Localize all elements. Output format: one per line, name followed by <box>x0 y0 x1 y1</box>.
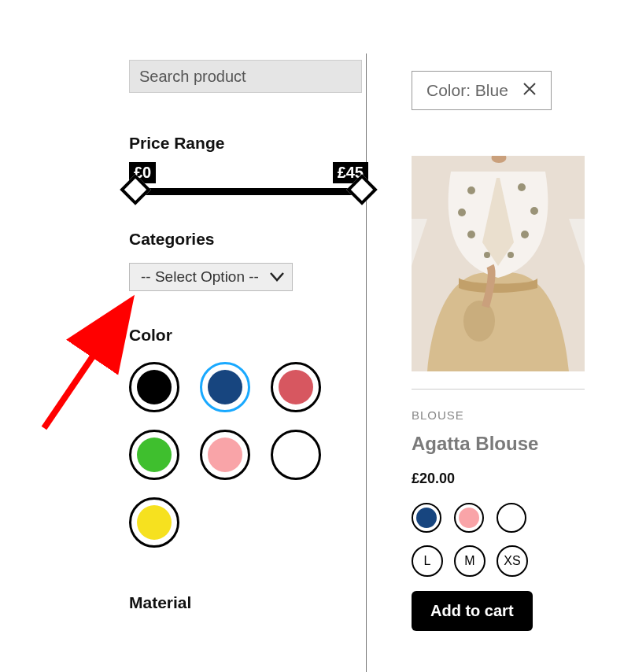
categories-select[interactable]: -- Select Option -- <box>129 263 293 291</box>
product-category: BLOUSE <box>412 408 635 422</box>
product-color-blue[interactable] <box>412 503 441 533</box>
product-price: £20.00 <box>412 471 635 487</box>
color-heading: Color <box>129 326 345 345</box>
search-input[interactable] <box>129 60 362 93</box>
svg-point-9 <box>463 301 495 342</box>
chevron-down-icon <box>270 268 284 286</box>
svg-point-2 <box>518 183 526 191</box>
svg-point-7 <box>484 252 490 258</box>
price-range-slider[interactable]: £0 £45 <box>129 162 345 195</box>
color-swatch-blue[interactable] <box>200 362 250 412</box>
color-swatch-pink[interactable] <box>200 430 250 480</box>
price-range-heading: Price Range <box>129 134 345 153</box>
size-option-l[interactable]: L <box>412 545 443 577</box>
svg-point-5 <box>467 231 475 238</box>
svg-point-6 <box>521 231 529 238</box>
size-option-xs[interactable]: XS <box>497 545 528 577</box>
svg-point-4 <box>530 207 538 215</box>
color-swatch-green[interactable] <box>129 430 179 480</box>
filter-chip-label: Color: Blue <box>426 81 508 100</box>
svg-point-3 <box>458 209 466 216</box>
active-filter-chip: Color: Blue <box>412 71 552 110</box>
color-swatch-white[interactable] <box>271 430 321 480</box>
add-to-cart-button[interactable]: Add to cart <box>412 591 533 631</box>
color-swatch-red[interactable] <box>271 362 321 412</box>
size-option-m[interactable]: M <box>454 545 485 577</box>
product-image[interactable] <box>412 156 585 371</box>
svg-point-8 <box>508 252 514 258</box>
material-heading: Material <box>129 593 345 612</box>
product-title[interactable]: Agatta Blouse <box>412 433 635 455</box>
color-swatch-black[interactable] <box>129 362 179 412</box>
product-color-white[interactable] <box>497 503 526 533</box>
color-swatch-yellow[interactable] <box>129 497 179 548</box>
categories-select-value: -- Select Option -- <box>141 268 259 286</box>
categories-heading: Categories <box>129 230 345 249</box>
product-color-pink[interactable] <box>454 503 484 533</box>
svg-point-1 <box>467 186 475 194</box>
close-icon[interactable] <box>522 82 537 99</box>
